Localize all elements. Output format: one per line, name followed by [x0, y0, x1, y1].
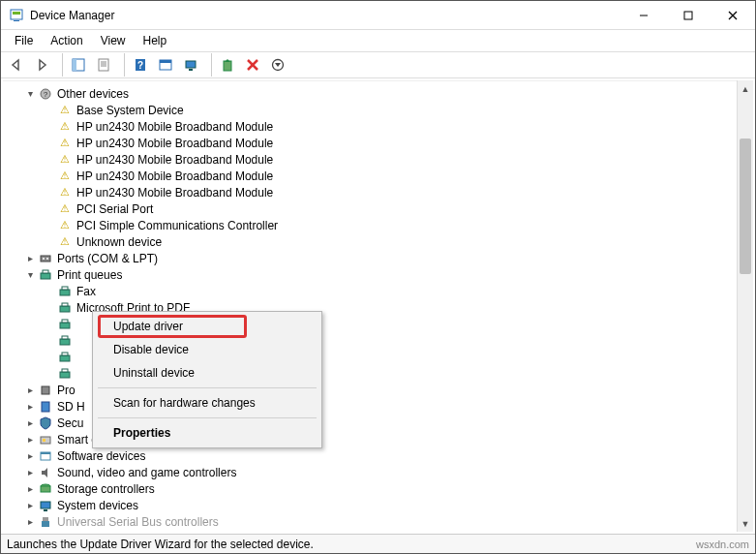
tree-item-fax[interactable]: Fax	[3, 283, 753, 299]
chevron-right-icon[interactable]: ▸	[22, 448, 38, 464]
close-button[interactable]	[711, 1, 755, 30]
update-driver-button[interactable]	[216, 53, 239, 77]
svg-rect-39	[62, 353, 68, 355]
tree-item[interactable]: ⚠HP un2430 Mobile Broadband Module	[3, 151, 753, 168]
forward-button[interactable]	[30, 53, 53, 77]
warning-device-icon: ⚠	[57, 169, 73, 184]
chevron-right-icon[interactable]: ▸	[22, 481, 38, 497]
tree-item[interactable]: ⚠HP un2430 Mobile Broadband Module	[3, 168, 753, 184]
menu-view[interactable]: View	[93, 32, 134, 49]
ctx-separator	[98, 417, 317, 418]
category-label: Ports (COM & LPT)	[57, 252, 158, 265]
chevron-down-icon[interactable]: ▾	[22, 86, 38, 102]
svg-rect-35	[62, 320, 68, 323]
svg-rect-9	[99, 59, 108, 71]
tree-item[interactable]: ⚠HP un2430 Mobile Broadband Module	[3, 135, 753, 151]
ctx-update-driver[interactable]: Update driver	[96, 315, 318, 338]
ctx-uninstall-device[interactable]: Uninstall device	[96, 361, 318, 385]
tree-item[interactable]: ⚠HP un2430 Mobile Broadband Module	[3, 118, 753, 135]
svg-text:?: ?	[137, 60, 143, 71]
warning-device-icon: ⚠	[57, 201, 73, 217]
svg-rect-49	[41, 486, 50, 492]
properties-button[interactable]	[92, 53, 115, 77]
processor-icon	[38, 383, 53, 398]
back-button[interactable]	[5, 53, 28, 77]
scroll-down-button[interactable]: ▼	[738, 515, 753, 532]
help-button[interactable]: ?	[129, 53, 152, 77]
ctx-separator	[98, 387, 317, 388]
menu-action[interactable]: Action	[43, 32, 90, 49]
tree-item[interactable]: ⚠PCI Simple Communications Controller	[3, 217, 753, 233]
sd-icon	[38, 399, 53, 415]
svg-rect-30	[60, 290, 70, 295]
tree-category-software-devices[interactable]: ▸Software devices	[3, 447, 753, 464]
maximize-button[interactable]	[666, 1, 711, 30]
tree-item[interactable]: ⚠HP un2430 Mobile Broadband Module	[3, 184, 753, 200]
printer-icon	[57, 350, 73, 365]
svg-rect-36	[60, 339, 70, 345]
svg-rect-28	[41, 273, 50, 279]
svg-rect-42	[42, 386, 49, 394]
chevron-right-icon[interactable]: ▸	[22, 383, 38, 398]
tree-category-usb[interactable]: ▸Universal Serial Bus controllers	[3, 513, 753, 530]
device-tree-pane[interactable]: ▾ ? Other devices ⚠Base System Device ⚠H…	[3, 80, 753, 532]
scroll-thumb[interactable]	[740, 138, 751, 274]
tree-category-storage[interactable]: ▸Storage controllers	[3, 480, 753, 497]
ctx-disable-device[interactable]: Disable device	[96, 338, 318, 361]
ctx-properties[interactable]: Properties	[96, 421, 318, 445]
attribution-text: wsxdn.com	[696, 539, 749, 550]
tree-category-sound[interactable]: ▸Sound, video and game controllers	[3, 464, 753, 480]
tree-category-system-devices[interactable]: ▸System devices	[3, 497, 753, 513]
category-label: Other devices	[57, 87, 129, 101]
context-menu: Update driver Disable device Uninstall d…	[92, 311, 322, 448]
svg-rect-52	[43, 517, 48, 521]
svg-point-27	[46, 258, 48, 260]
title-bar: Device Manager	[1, 1, 755, 30]
scan-hardware-button[interactable]	[179, 53, 202, 77]
warning-device-icon: ⚠	[57, 136, 73, 151]
svg-rect-33	[62, 303, 68, 306]
tree-category-other-devices[interactable]: ▾ ? Other devices	[3, 85, 753, 102]
vertical-scrollbar[interactable]: ▲ ▼	[737, 80, 753, 532]
menu-help[interactable]: Help	[136, 32, 175, 49]
minimize-button[interactable]	[621, 1, 666, 30]
chevron-right-icon[interactable]: ▸	[22, 498, 38, 513]
svg-rect-47	[41, 452, 50, 454]
status-bar: Launches the Update Driver Wizard for th…	[1, 534, 755, 553]
scroll-up-button[interactable]: ▲	[738, 80, 753, 97]
tree-item[interactable]: ⚠PCI Serial Port	[3, 200, 753, 217]
smart-card-icon	[38, 432, 53, 447]
svg-rect-38	[60, 355, 70, 361]
svg-rect-29	[43, 270, 48, 273]
svg-rect-43	[42, 402, 49, 412]
svg-rect-37	[62, 336, 68, 339]
menu-file[interactable]: File	[7, 32, 41, 49]
software-icon	[38, 448, 53, 464]
chevron-right-icon[interactable]: ▸	[22, 251, 38, 266]
chevron-down-icon[interactable]: ▾	[22, 267, 38, 283]
usb-icon	[38, 514, 53, 530]
svg-text:?: ?	[44, 90, 48, 99]
ctx-scan-hardware[interactable]: Scan for hardware changes	[96, 391, 318, 415]
chevron-right-icon[interactable]: ▸	[22, 465, 38, 480]
svg-point-26	[43, 258, 45, 260]
warning-device-icon: ⚠	[57, 218, 73, 233]
chevron-right-icon[interactable]: ▸	[22, 416, 38, 431]
warning-device-icon: ⚠	[57, 119, 73, 135]
view-button[interactable]	[154, 53, 177, 77]
chevron-right-icon[interactable]: ▸	[22, 399, 38, 415]
show-hide-tree-button[interactable]	[67, 53, 90, 77]
other-device-icon: ?	[38, 86, 53, 102]
toolbar: ?	[1, 51, 755, 78]
chevron-right-icon[interactable]: ▸	[22, 514, 38, 530]
tree-category-ports[interactable]: ▸ Ports (COM & LPT)	[3, 250, 753, 266]
tree-category-print-queues[interactable]: ▾ Print queues	[3, 266, 753, 283]
uninstall-button[interactable]	[241, 53, 264, 77]
svg-rect-17	[186, 61, 196, 68]
chevron-right-icon[interactable]: ▸	[22, 432, 38, 447]
svg-rect-31	[62, 287, 68, 290]
disable-button[interactable]	[266, 53, 289, 77]
svg-rect-16	[160, 60, 171, 63]
tree-item[interactable]: ⚠Unknown device	[3, 233, 753, 250]
tree-item[interactable]: ⚠Base System Device	[3, 102, 753, 118]
